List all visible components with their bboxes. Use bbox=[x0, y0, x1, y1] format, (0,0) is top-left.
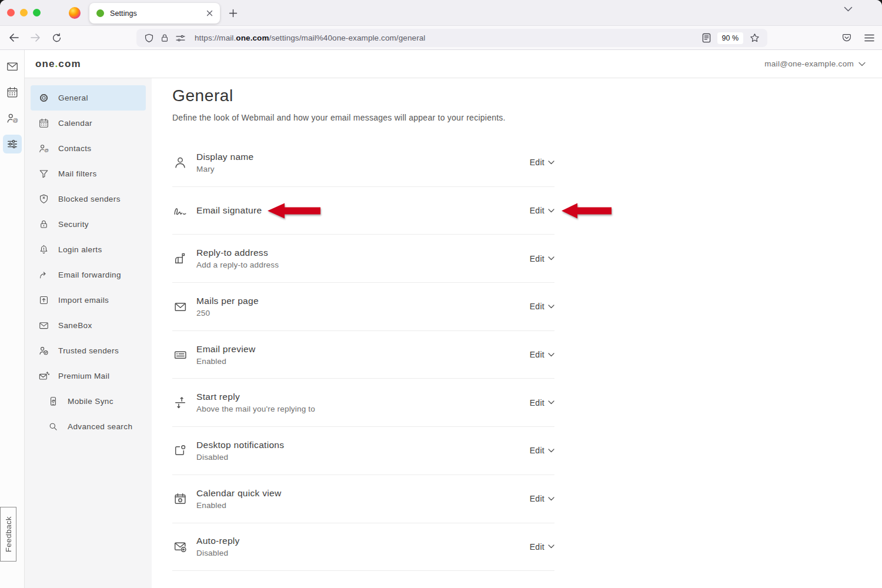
minimize-window-button[interactable] bbox=[20, 9, 28, 16]
edit-button[interactable]: Edit bbox=[530, 446, 554, 455]
edit-button[interactable]: Edit bbox=[530, 350, 554, 359]
magnifier-icon bbox=[47, 421, 59, 433]
tracking-shield-icon[interactable] bbox=[144, 33, 154, 44]
import-icon bbox=[38, 295, 49, 306]
edit-button[interactable]: Edit bbox=[530, 206, 554, 215]
row-title: Desktop notifications bbox=[196, 440, 284, 450]
sidebar-item-label: Premium Mail bbox=[58, 372, 109, 380]
reader-mode-icon[interactable] bbox=[702, 33, 711, 43]
edit-button[interactable]: Edit bbox=[530, 302, 554, 311]
person-icon bbox=[172, 155, 188, 170]
rail-mail-icon[interactable] bbox=[3, 57, 22, 76]
page-description: Define the look of Webmail and how your … bbox=[172, 113, 554, 122]
sidebar-item-general[interactable]: General bbox=[31, 85, 146, 111]
sidebar-item-sanebox[interactable]: SaneBox bbox=[25, 313, 152, 338]
settings-row-email-signature: Email signature Edit bbox=[172, 187, 554, 235]
calendar-view-icon bbox=[172, 491, 188, 506]
lock-icon bbox=[38, 219, 49, 230]
sidebar-item-calendar[interactable]: Calendar bbox=[25, 111, 152, 136]
edit-label: Edit bbox=[530, 254, 544, 263]
zoom-level-badge[interactable]: 90 % bbox=[717, 32, 744, 44]
chevron-down-icon bbox=[548, 353, 554, 357]
sidebar-item-premium-mail[interactable]: Premium Mail bbox=[25, 363, 152, 389]
menu-hamburger-icon[interactable] bbox=[860, 29, 878, 47]
row-title: Display name bbox=[196, 152, 254, 162]
sidebar-item-mail-filters[interactable]: Mail filters bbox=[25, 161, 152, 186]
bookmark-star-icon[interactable] bbox=[750, 33, 760, 43]
row-value: Enabled bbox=[196, 501, 281, 510]
tab-overflow-chevron-icon[interactable] bbox=[844, 6, 853, 12]
edit-button[interactable]: Edit bbox=[530, 542, 554, 552]
edit-label: Edit bbox=[530, 302, 544, 311]
calendar-icon bbox=[38, 118, 49, 129]
new-tab-button[interactable] bbox=[226, 6, 240, 20]
red-arrow-annotation-edit bbox=[562, 203, 612, 219]
edit-button[interactable]: Edit bbox=[530, 494, 554, 503]
sidebar-item-advanced-search[interactable]: Advanced search bbox=[25, 414, 152, 439]
row-title: Calendar quick view bbox=[196, 488, 281, 499]
page-title: General bbox=[172, 86, 554, 105]
chevron-down-icon bbox=[548, 400, 554, 405]
bell-icon bbox=[38, 244, 49, 256]
row-value: Above the mail you're replying to bbox=[196, 405, 315, 413]
reload-button[interactable] bbox=[48, 29, 65, 46]
sidebar-item-mobile-sync[interactable]: Mobile Sync bbox=[25, 389, 152, 414]
edit-button[interactable]: Edit bbox=[530, 254, 554, 263]
browser-tab-settings[interactable]: Settings bbox=[89, 3, 220, 24]
settings-row-mails-per-page: Mails per page 250 Edit bbox=[172, 283, 554, 331]
chevron-down-icon bbox=[548, 449, 554, 453]
contacts-icon: @ bbox=[38, 143, 49, 155]
sidebar-item-label: Email forwarding bbox=[58, 270, 121, 279]
chevron-down-icon bbox=[548, 161, 554, 165]
edit-label: Edit bbox=[530, 158, 544, 167]
edit-label: Edit bbox=[530, 398, 544, 407]
sidebar-item-label: Calendar bbox=[58, 119, 92, 128]
signature-icon bbox=[172, 203, 188, 218]
start-reply-icon bbox=[172, 395, 188, 410]
tab-title: Settings bbox=[110, 9, 137, 18]
edit-label: Edit bbox=[530, 446, 544, 455]
sidebar-item-label: Contacts bbox=[58, 144, 91, 153]
lock-icon[interactable] bbox=[160, 33, 169, 43]
sidebar-item-trusted-senders[interactable]: Trusted senders bbox=[25, 338, 152, 363]
account-dropdown[interactable]: mail@one-example.com bbox=[764, 59, 866, 68]
sidebar-item-label: Security bbox=[58, 220, 89, 229]
permissions-icon[interactable] bbox=[175, 34, 186, 42]
edit-label: Edit bbox=[530, 350, 544, 359]
sidebar-item-import-emails[interactable]: Import emails bbox=[25, 288, 152, 313]
settings-main: General Define the look of Webmail and h… bbox=[152, 78, 873, 588]
mail-envelope-icon bbox=[172, 299, 188, 314]
tab-close-icon[interactable] bbox=[206, 10, 213, 16]
chevron-down-icon bbox=[548, 209, 554, 213]
rail-settings-icon[interactable] bbox=[3, 135, 22, 153]
sidebar-item-email-forwarding[interactable]: Email forwarding bbox=[25, 262, 152, 288]
settings-row-reply-to-address: Reply-to address Add a reply-to address … bbox=[172, 235, 554, 283]
preview-card-icon bbox=[172, 347, 188, 362]
gear-icon bbox=[38, 92, 49, 104]
sidebar-item-security[interactable]: Security bbox=[25, 212, 152, 237]
rail-contacts-icon[interactable]: @ bbox=[3, 109, 22, 128]
shield-x-icon bbox=[38, 193, 49, 205]
sidebar-item-login-alerts[interactable]: Login alerts bbox=[25, 237, 152, 262]
edit-button[interactable]: Edit bbox=[530, 158, 554, 167]
rail-calendar-icon[interactable] bbox=[3, 83, 22, 102]
sidebar-item-label: General bbox=[58, 93, 88, 102]
settings-nav: General Calendar @ Contacts Mail filters… bbox=[25, 78, 152, 588]
sidebar-item-blocked-senders[interactable]: Blocked senders bbox=[25, 186, 152, 212]
one-com-logo[interactable]: one.com bbox=[35, 58, 81, 70]
sidebar-item-label: SaneBox bbox=[58, 321, 92, 330]
back-button[interactable] bbox=[5, 29, 23, 46]
settings-rows: Display name Mary Edit Email signature E… bbox=[172, 139, 554, 571]
forward-button[interactable] bbox=[26, 29, 44, 46]
edit-button[interactable]: Edit bbox=[530, 398, 554, 407]
person-check-icon bbox=[38, 345, 49, 357]
phone-sync-icon bbox=[47, 396, 59, 407]
feedback-button[interactable]: Feedback bbox=[0, 507, 16, 562]
close-window-button[interactable] bbox=[7, 9, 15, 16]
chevron-down-icon bbox=[548, 544, 554, 549]
url-bar[interactable]: https://mail.one.com/settings/mail%40one… bbox=[136, 29, 767, 47]
row-title: Reply-to address bbox=[196, 248, 279, 258]
fullscreen-window-button[interactable] bbox=[33, 9, 41, 16]
sidebar-item-contacts[interactable]: @ Contacts bbox=[25, 136, 152, 161]
pocket-icon[interactable] bbox=[837, 29, 856, 47]
